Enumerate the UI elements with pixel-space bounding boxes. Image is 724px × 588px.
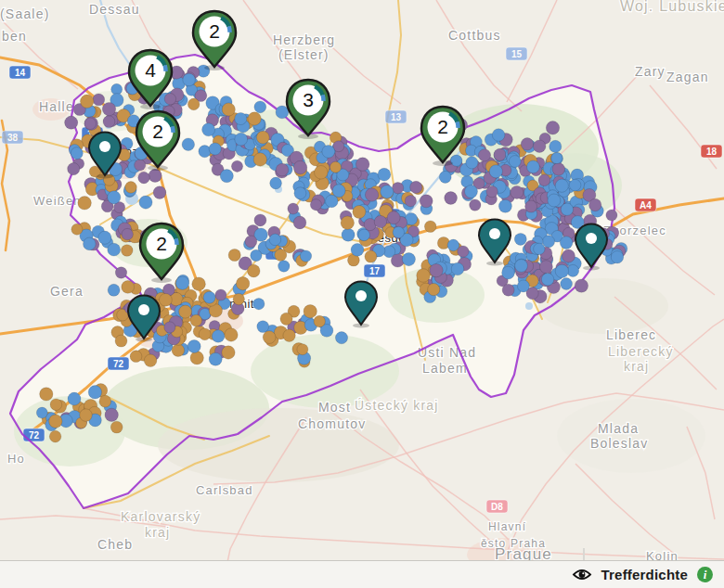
hit-dot[interactable] bbox=[135, 160, 146, 171]
hit-dot[interactable] bbox=[283, 329, 295, 341]
hit-dot[interactable] bbox=[236, 277, 249, 290]
hit-dot[interactable] bbox=[498, 199, 511, 212]
hit-dot[interactable] bbox=[552, 163, 565, 176]
hit-dot[interactable] bbox=[489, 165, 502, 178]
hit-dot[interactable] bbox=[105, 408, 118, 421]
hit-dot[interactable] bbox=[108, 191, 121, 204]
hit-dot[interactable] bbox=[71, 147, 83, 160]
hit-dot[interactable] bbox=[190, 352, 203, 364]
hit-dot[interactable] bbox=[458, 246, 469, 257]
hit-dot[interactable] bbox=[78, 197, 92, 211]
hit-dot[interactable] bbox=[515, 260, 528, 273]
hit-dot[interactable] bbox=[231, 160, 242, 172]
hit-dot[interactable] bbox=[451, 262, 464, 275]
hit-dot[interactable] bbox=[387, 211, 400, 224]
hit-dot[interactable] bbox=[611, 251, 623, 263]
hit-dot[interactable] bbox=[220, 170, 233, 183]
hit-dot[interactable] bbox=[304, 305, 317, 318]
hit-dot[interactable] bbox=[310, 199, 321, 211]
hit-dot[interactable] bbox=[560, 236, 573, 249]
hit-dot[interactable] bbox=[215, 289, 226, 300]
hit-dot[interactable] bbox=[235, 112, 247, 124]
hit-dot[interactable] bbox=[276, 106, 289, 119]
hit-dot[interactable] bbox=[50, 399, 62, 411]
hit-dot[interactable] bbox=[49, 430, 61, 442]
hit-dot[interactable] bbox=[486, 185, 498, 197]
hit-dot[interactable] bbox=[420, 195, 433, 208]
hit-dot[interactable] bbox=[549, 140, 562, 152]
hit-dot[interactable] bbox=[269, 234, 281, 246]
hit-dot[interactable] bbox=[253, 299, 265, 310]
hit-dot[interactable] bbox=[110, 421, 123, 433]
hit-dot[interactable] bbox=[521, 138, 533, 150]
hit-dot[interactable] bbox=[606, 210, 617, 221]
hit-dot[interactable] bbox=[65, 116, 78, 129]
hit-dot[interactable] bbox=[546, 121, 559, 134]
hit-dot[interactable] bbox=[314, 315, 325, 326]
hit-dot[interactable] bbox=[209, 352, 222, 365]
hit-dot[interactable] bbox=[225, 328, 238, 341]
hit-dot[interactable] bbox=[68, 392, 81, 405]
hit-dot[interactable] bbox=[402, 253, 415, 266]
hit-dot[interactable] bbox=[502, 284, 514, 296]
hit-dot[interactable] bbox=[68, 163, 80, 175]
hit-dot[interactable] bbox=[256, 131, 269, 144]
hit-dot[interactable] bbox=[589, 198, 601, 211]
hit-dot[interactable] bbox=[248, 112, 261, 125]
hit-dot[interactable] bbox=[351, 243, 364, 256]
hit-dot[interactable] bbox=[451, 155, 462, 166]
hit-dot[interactable] bbox=[548, 194, 561, 207]
hit-dot[interactable] bbox=[233, 293, 244, 304]
hit-dot[interactable] bbox=[300, 250, 311, 262]
hit-dot[interactable] bbox=[160, 293, 173, 306]
hit-dot[interactable] bbox=[280, 313, 292, 325]
hit-dot[interactable] bbox=[393, 226, 404, 237]
hit-dot[interactable] bbox=[199, 328, 211, 340]
hit-dot[interactable] bbox=[254, 214, 266, 226]
hit-dot[interactable] bbox=[182, 138, 195, 151]
hit-dot[interactable] bbox=[315, 166, 329, 180]
hit-dot[interactable] bbox=[275, 249, 287, 262]
hit-dot[interactable] bbox=[561, 203, 573, 215]
hit-dot[interactable] bbox=[71, 224, 83, 235]
hit-dot[interactable] bbox=[164, 322, 175, 333]
hit-dot[interactable] bbox=[84, 237, 97, 250]
hit-dot[interactable] bbox=[49, 415, 62, 428]
hit-dot[interactable] bbox=[263, 331, 276, 344]
hit-dot[interactable] bbox=[164, 94, 175, 105]
hit-dot[interactable] bbox=[235, 133, 248, 146]
hit-dot[interactable] bbox=[103, 116, 115, 128]
hit-dot[interactable] bbox=[410, 181, 422, 193]
hit-dot[interactable] bbox=[212, 330, 225, 343]
hit-dot[interactable] bbox=[84, 118, 97, 130]
hit-dot[interactable] bbox=[130, 351, 142, 363]
hit-dot[interactable] bbox=[562, 249, 575, 262]
hit-dot[interactable] bbox=[36, 407, 47, 418]
hit-dot[interactable] bbox=[430, 263, 443, 276]
hit-dot[interactable] bbox=[445, 192, 458, 205]
hit-dot[interactable] bbox=[122, 228, 133, 239]
hit-dot[interactable] bbox=[417, 269, 431, 283]
hit-dot[interactable] bbox=[288, 203, 299, 214]
hit-dot[interactable] bbox=[332, 185, 345, 198]
hit-dot[interactable] bbox=[248, 264, 261, 277]
hit-dot[interactable] bbox=[322, 146, 335, 159]
hit-dot[interactable] bbox=[502, 266, 515, 279]
hit-dot[interactable] bbox=[561, 278, 573, 290]
hit-dot[interactable] bbox=[144, 354, 157, 367]
hit-dot[interactable] bbox=[534, 243, 545, 254]
hit-dot[interactable] bbox=[81, 95, 94, 108]
hit-dot[interactable] bbox=[108, 284, 120, 296]
hit-dot[interactable] bbox=[202, 123, 215, 136]
hit-dot[interactable] bbox=[424, 221, 436, 233]
hit-dot[interactable] bbox=[527, 160, 540, 173]
hit-dot[interactable] bbox=[40, 388, 53, 401]
hit-dot[interactable] bbox=[139, 196, 152, 209]
hit-dot[interactable] bbox=[115, 335, 127, 347]
hit-dot[interactable] bbox=[509, 156, 521, 168]
hit-dot[interactable] bbox=[539, 261, 552, 274]
hit-dot[interactable] bbox=[80, 409, 93, 422]
hit-dot[interactable] bbox=[555, 179, 568, 192]
hit-dot[interactable] bbox=[125, 182, 137, 194]
hit-dot[interactable] bbox=[342, 228, 355, 241]
